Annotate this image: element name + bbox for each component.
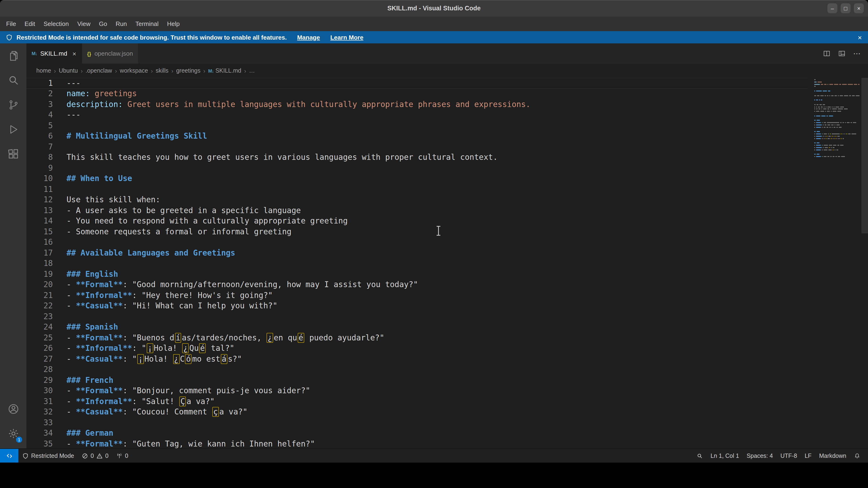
status-remote[interactable] <box>0 449 19 462</box>
editor-line[interactable]: 28 <box>26 364 808 375</box>
editor-line[interactable]: 27- **Casual**: "¡Hola! ¿Cómo estás?" <box>26 354 808 364</box>
line-number[interactable]: 33 <box>26 418 53 427</box>
line-number[interactable]: 26 <box>26 344 53 353</box>
editor-line[interactable]: 1--- <box>26 78 808 88</box>
activity-run-debug[interactable] <box>0 117 26 141</box>
editor-line[interactable]: 9 <box>26 163 808 173</box>
activity-settings[interactable]: 1 <box>0 421 26 446</box>
line-number[interactable]: 5 <box>26 121 53 130</box>
menu-view[interactable]: View <box>73 17 95 31</box>
activity-source-control[interactable] <box>0 92 26 117</box>
status-problems[interactable]: 00 <box>78 449 112 462</box>
line-number[interactable]: 17 <box>26 249 53 257</box>
breadcrumb-item-skills[interactable]: skills <box>156 67 168 74</box>
line-number[interactable]: 6 <box>26 132 53 141</box>
activity-explorer[interactable] <box>0 43 26 68</box>
close-button[interactable]: × <box>854 3 864 13</box>
menu-go[interactable]: Go <box>95 17 112 31</box>
line-number[interactable]: 13 <box>26 206 53 215</box>
activity-extensions[interactable] <box>0 141 26 166</box>
split-editor-button[interactable] <box>823 50 831 58</box>
line-number[interactable]: 2 <box>26 89 53 98</box>
status-restricted-mode[interactable]: Restricted Mode <box>19 449 78 462</box>
line-number[interactable]: 30 <box>26 386 53 395</box>
editor-line[interactable]: 7 <box>26 141 808 152</box>
line-number[interactable]: 3 <box>26 100 53 109</box>
editor-line[interactable]: 17## Available Languages and Greetings <box>26 248 808 258</box>
editor-line[interactable]: 33 <box>26 417 808 428</box>
line-number[interactable]: 7 <box>26 142 53 151</box>
activity-accounts[interactable] <box>0 396 26 421</box>
line-number[interactable]: 21 <box>26 291 53 300</box>
menu-edit[interactable]: Edit <box>20 17 39 31</box>
editor-line[interactable]: 16 <box>26 237 808 248</box>
line-number[interactable]: 16 <box>26 238 53 247</box>
editor-line[interactable]: 30- **Formal**: "Bonjour, comment puis-j… <box>26 385 808 396</box>
title-bar[interactable]: SKILL.md - Visual Studio Code – □ × <box>0 0 868 17</box>
line-number[interactable]: 11 <box>26 185 53 194</box>
line-number[interactable]: 12 <box>26 195 53 204</box>
breadcrumb-item-item[interactable]: … <box>249 67 255 74</box>
tab-skill-md[interactable]: M↓SKILL.md× <box>26 43 82 64</box>
line-number[interactable]: 9 <box>26 164 53 172</box>
line-number[interactable]: 19 <box>26 270 53 279</box>
menu-terminal[interactable]: Terminal <box>131 17 163 31</box>
menu-help[interactable]: Help <box>163 17 184 31</box>
breadcrumb-item-ubuntu[interactable]: Ubuntu <box>59 67 78 74</box>
editor-line[interactable]: 24### Spanish <box>26 322 808 332</box>
line-number[interactable]: 28 <box>26 365 53 374</box>
line-number[interactable]: 24 <box>26 323 53 332</box>
editor-line[interactable]: 19### English <box>26 269 808 280</box>
editor-line[interactable]: 8This skill teaches you how to greet use… <box>26 152 808 163</box>
breadcrumb-item-skill-md[interactable]: M↓SKILL.md <box>208 67 241 74</box>
editor-line[interactable]: 13- A user asks to be greeted in a speci… <box>26 205 808 216</box>
status-encoding[interactable]: UTF-8 <box>777 449 801 462</box>
editor-line[interactable]: 22- **Casual**: "Hi! What can I help you… <box>26 300 808 311</box>
activity-search[interactable] <box>0 68 26 92</box>
manage-link[interactable]: Manage <box>297 34 320 41</box>
editor-line[interactable]: 35- **Formal**: "Guten Tag, wie kann ich… <box>26 438 808 448</box>
status-cursor-position[interactable]: Ln 1, Col 1 <box>707 449 743 462</box>
editor-line[interactable]: 26- **Informal**: "¡Hola! ¿Qué tal?" <box>26 343 808 354</box>
tab-openclaw-json[interactable]: {}openclaw.json <box>82 43 138 64</box>
customize-layout-button[interactable] <box>838 50 846 58</box>
status-notifications[interactable] <box>850 449 864 462</box>
editor-line[interactable]: 2name: greetings <box>26 88 808 99</box>
banner-close-icon[interactable]: × <box>858 33 862 41</box>
line-number[interactable]: 15 <box>26 227 53 236</box>
breadcrumb-item-home[interactable]: home <box>36 67 51 74</box>
editor[interactable]: 1---2name: greetings3description: Greet … <box>26 78 868 448</box>
line-number[interactable]: 31 <box>26 397 53 406</box>
breadcrumb-item-greetings[interactable]: greetings <box>176 67 200 74</box>
menu-file[interactable]: File <box>2 17 20 31</box>
line-number[interactable]: 29 <box>26 376 53 385</box>
editor-line[interactable]: 3description: Greet users in multiple la… <box>26 99 808 110</box>
editor-line[interactable]: 11 <box>26 184 808 195</box>
status-eol[interactable]: LF <box>801 449 815 462</box>
line-number[interactable]: 32 <box>26 408 53 417</box>
editor-line[interactable]: 5 <box>26 120 808 131</box>
line-number[interactable]: 20 <box>26 280 53 289</box>
editor-scrollbar[interactable] <box>861 78 868 233</box>
menu-selection[interactable]: Selection <box>39 17 73 31</box>
editor-line[interactable]: 32- **Casual**: "Coucou! Comment ça va?" <box>26 407 808 417</box>
menu-run[interactable]: Run <box>111 17 131 31</box>
editor-line[interactable]: 12Use this skill when: <box>26 195 808 205</box>
tab-close-icon[interactable]: × <box>72 50 76 57</box>
line-number[interactable]: 8 <box>26 153 53 162</box>
editor-line[interactable]: 10## When to Use <box>26 173 808 184</box>
editor-line[interactable]: 15- Someone requests a formal or informa… <box>26 226 808 237</box>
line-number[interactable]: 14 <box>26 217 53 226</box>
line-number[interactable]: 22 <box>26 301 53 311</box>
line-number[interactable]: 10 <box>26 174 53 183</box>
minimap[interactable] <box>814 78 861 448</box>
line-number[interactable]: 34 <box>26 429 53 438</box>
editor-line[interactable]: 4--- <box>26 110 808 120</box>
line-number[interactable]: 27 <box>26 355 53 363</box>
maximize-button[interactable]: □ <box>841 3 850 13</box>
line-number[interactable]: 18 <box>26 259 53 268</box>
status-language-mode[interactable]: Markdown <box>815 449 850 462</box>
editor-line[interactable]: 20- **Formal**: "Good morning/afternoon/… <box>26 280 808 290</box>
editor-line[interactable]: 6# Multilingual Greetings Skill <box>26 131 808 141</box>
minimize-button[interactable]: – <box>828 3 837 13</box>
